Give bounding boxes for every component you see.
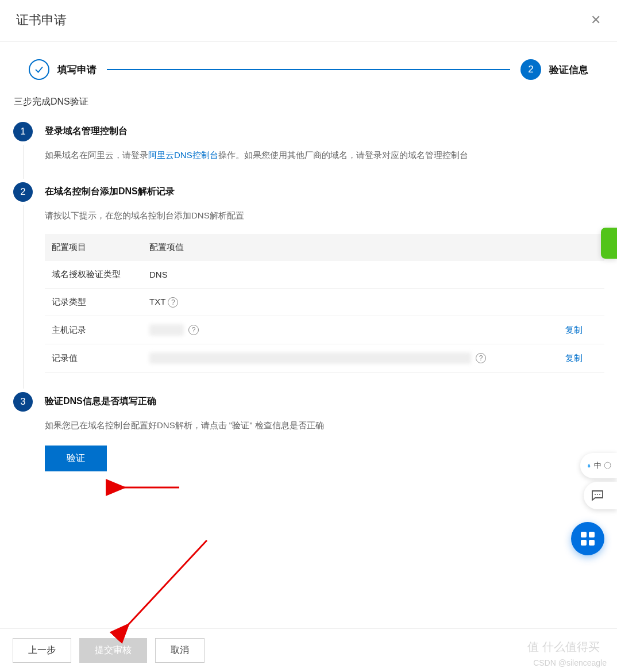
step1-check-icon (29, 59, 49, 80)
redacted-record-value (149, 352, 471, 364)
cell-value: ? (142, 316, 558, 344)
verify-button[interactable]: 验证 (45, 446, 107, 471)
previous-step-button[interactable]: 上一步 (13, 638, 71, 663)
section-subtitle: 三步完成DNS验证 (13, 96, 604, 108)
item3-desc: 如果您已在域名控制台配置好DNS解析，请点击 "验证" 检查信息是否正确 (45, 418, 604, 433)
item3-body: 验证DNS信息是否填写正确 如果您已在域名控制台配置好DNS解析，请点击 "验证… (45, 392, 604, 491)
submit-review-button[interactable]: 提交审核 (79, 638, 147, 663)
copy-host-record-button[interactable]: 复制 (565, 325, 583, 335)
cell-key: 主机记录 (45, 316, 142, 344)
item3-number: 3 (13, 392, 33, 412)
item1-body: 登录域名管理控制台 如果域名在阿里云，请登录阿里云DNS控制台操作。如果您使用其… (45, 122, 604, 182)
side-green-tab[interactable] (601, 228, 617, 259)
item-num-column: 1 (13, 122, 33, 182)
svg-line-3 (128, 540, 207, 625)
ime-indicator[interactable]: 中 〇 (580, 453, 617, 478)
table-row: 记录值 ? 复制 (45, 344, 604, 373)
table-row: 记录类型 TXT? (45, 289, 604, 316)
item1-number: 1 (13, 122, 33, 141)
ime-text: 中 〇 (594, 460, 611, 471)
txt-value: TXT (149, 297, 165, 306)
table-head-key: 配置项目 (45, 234, 142, 261)
svg-point-5 (597, 494, 598, 495)
step-connector (107, 69, 510, 70)
instruction-item-1: 1 登录域名管理控制台 如果域名在阿里云，请登录阿里云DNS控制台操作。如果您使… (13, 122, 604, 182)
item-num-column: 2 (13, 182, 33, 393)
modal-title: 证书申请 (16, 11, 67, 29)
step2-number: 2 (520, 59, 541, 80)
cell-value: ? (142, 344, 558, 373)
item-connector-line (23, 145, 24, 179)
cancel-button[interactable]: 取消 (155, 638, 205, 663)
modal-footer: 上一步 提交审核 取消 (0, 628, 617, 672)
step1-label: 填写申请 (57, 63, 97, 76)
item1-title: 登录域名管理控制台 (45, 122, 604, 137)
chat-icon (591, 489, 604, 502)
step-1: 填写申请 (29, 59, 97, 80)
copy-record-value-button[interactable]: 复制 (565, 353, 583, 363)
item2-title: 在域名控制台添加DNS解析记录 (45, 182, 604, 198)
step2-label: 验证信息 (549, 63, 588, 76)
item1-desc: 如果域名在阿里云，请登录阿里云DNS控制台操作。如果您使用其他厂商的域名，请登录… (45, 148, 604, 163)
cell-key: 记录类型 (45, 289, 142, 316)
item2-body: 在域名控制台添加DNS解析记录 请按以下提示，在您的域名控制台添加DNS解析配置… (45, 182, 604, 393)
cell-value: DNS (142, 261, 604, 289)
cell-value: TXT? (142, 289, 604, 316)
item3-title: 验证DNS信息是否填写正确 (45, 392, 604, 408)
aliyun-dns-console-link[interactable]: 阿里云DNS控制台 (148, 150, 218, 160)
item2-number: 2 (13, 182, 33, 202)
redacted-host-record (149, 324, 184, 336)
item-connector-line (23, 205, 24, 389)
help-icon[interactable]: ? (168, 297, 178, 308)
svg-point-6 (599, 494, 600, 495)
item1-desc-prefix: 如果域名在阿里云，请登录 (45, 150, 148, 160)
cell-key: 域名授权验证类型 (45, 261, 142, 289)
close-icon[interactable]: ✕ (591, 14, 601, 26)
step-2: 2 验证信息 (520, 59, 588, 80)
modal-content: 填写申请 2 验证信息 三步完成DNS验证 1 登录域名管理控制台 如果域名在阿… (0, 42, 617, 491)
chat-tab[interactable] (584, 482, 617, 509)
item2-desc: 请按以下提示，在您的域名控制台添加DNS解析配置 (45, 208, 604, 223)
annotation-arrow-2 (121, 535, 218, 635)
table-row: 域名授权验证类型 DNS (45, 261, 604, 289)
modal-header: 证书申请 ✕ (0, 0, 617, 42)
instruction-item-2: 2 在域名控制台添加DNS解析记录 请按以下提示，在您的域名控制台添加DNS解析… (13, 182, 604, 393)
svg-point-4 (595, 494, 596, 495)
dns-config-table: 配置项目 配置项值 域名授权验证类型 DNS 记录类型 TXT? (45, 234, 604, 373)
grid-icon (581, 532, 595, 546)
help-icon[interactable]: ? (476, 353, 486, 363)
droplet-icon (587, 459, 591, 472)
item1-desc-suffix: 操作。如果您使用其他厂商的域名，请登录对应的域名管理控制台 (218, 150, 468, 160)
cell-key: 记录值 (45, 344, 142, 373)
table-row: 主机记录 ? 复制 (45, 316, 604, 344)
apps-fab[interactable] (571, 522, 604, 555)
table-head-value: 配置项值 (142, 234, 604, 261)
stepper: 填写申请 2 验证信息 (13, 55, 604, 96)
instruction-item-3: 3 验证DNS信息是否填写正确 如果您已在域名控制台配置好DNS解析，请点击 "… (13, 392, 604, 491)
instruction-list: 1 登录域名管理控制台 如果域名在阿里云，请登录阿里云DNS控制台操作。如果您使… (13, 122, 604, 491)
help-icon[interactable]: ? (188, 325, 199, 335)
item-num-column: 3 (13, 392, 33, 491)
